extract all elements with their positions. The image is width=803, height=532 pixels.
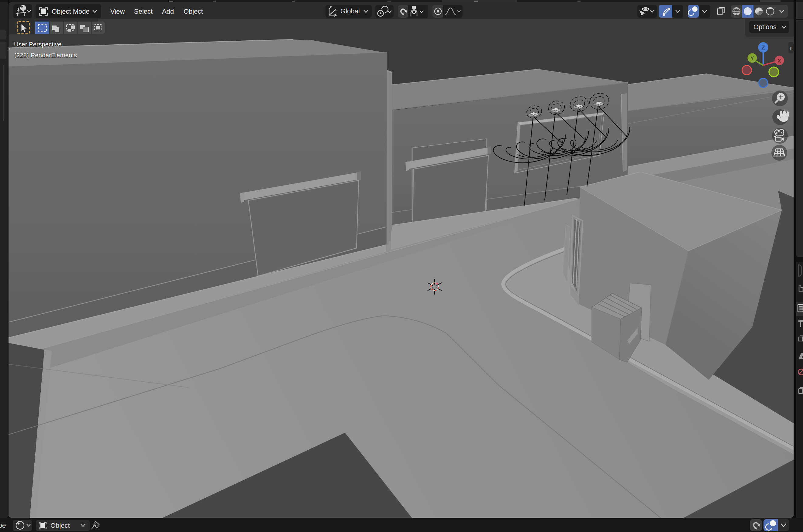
svg-text:User Perspective: User Perspective [14, 41, 61, 48]
svg-text:X: X [778, 58, 781, 64]
svg-text:Z: Z [761, 44, 765, 51]
svg-text:›: › [8, 44, 10, 53]
svg-text:‹: ‹ [789, 43, 792, 53]
svg-text:Object: Object [51, 522, 70, 529]
svg-text:Options: Options [753, 23, 777, 31]
svg-text:Y: Y [750, 56, 754, 61]
svg-text:be: be [0, 521, 6, 529]
svg-text:(228) RenderElements: (228) RenderElements [14, 52, 77, 59]
